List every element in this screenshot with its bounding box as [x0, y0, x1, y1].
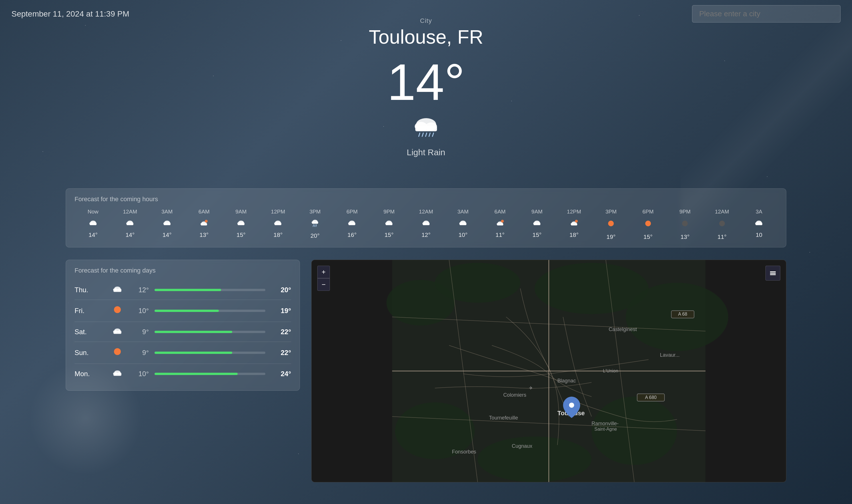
hour-label: 9PM	[371, 209, 406, 215]
day-temp-bar	[155, 310, 219, 312]
days-container: Thu. 12° 20° Fri. 10° 19° Sat. 9° 22° Su…	[74, 280, 291, 383]
svg-point-61	[501, 220, 504, 222]
day-row: Thu. 12° 20°	[74, 280, 291, 300]
svg-rect-60	[497, 224, 503, 226]
hour-label: 9PM	[668, 209, 702, 215]
hour-icon	[705, 219, 740, 230]
map-zoom-out-button[interactable]: −	[317, 278, 330, 291]
day-low-temp: 10°	[126, 307, 149, 315]
hour-label: 12AM	[113, 209, 148, 215]
hour-label: 9AM	[224, 209, 259, 215]
day-temp-bar	[155, 373, 238, 375]
hour-temp: 15°	[371, 231, 406, 238]
day-temp-bar-container	[155, 331, 265, 333]
weather-description: Light Rain	[326, 147, 526, 157]
day-row: Fri. 10° 19°	[74, 300, 291, 322]
day-high-temp: 22°	[271, 328, 291, 336]
svg-point-71	[608, 221, 614, 226]
map-layers-button[interactable]	[765, 266, 780, 281]
hour-icon	[261, 219, 296, 228]
hour-temp: 18°	[261, 231, 296, 238]
svg-point-73	[682, 221, 688, 226]
hour-col: 12PM 18°	[556, 209, 593, 240]
hour-temp: 15°	[224, 231, 259, 238]
hour-icon	[76, 219, 110, 228]
day-name: Thu.	[74, 286, 109, 294]
day-high-temp: 19°	[271, 307, 291, 315]
hour-col: 3A 10	[741, 209, 778, 240]
map-zoom-in-button[interactable]: +	[317, 266, 330, 278]
svg-rect-12	[90, 223, 97, 225]
svg-rect-127	[770, 273, 776, 274]
hour-label: 3PM	[298, 209, 332, 215]
svg-point-96	[435, 263, 520, 303]
day-low-temp: 9°	[126, 349, 149, 357]
hour-icon	[593, 219, 628, 230]
hour-temp: 13°	[668, 233, 702, 240]
hour-temp: 14°	[76, 231, 110, 238]
svg-rect-29	[238, 223, 244, 225]
city-search-input[interactable]	[692, 5, 840, 22]
hour-icon	[446, 219, 481, 228]
hour-label: 6AM	[187, 209, 222, 215]
city-label: City	[326, 17, 526, 24]
svg-text:A 68: A 68	[678, 312, 687, 317]
hourly-panel-title: Forecast for the coming hours	[74, 196, 778, 203]
svg-point-101	[477, 436, 592, 482]
hour-temp: 19°	[593, 233, 628, 240]
hour-label: 6AM	[483, 209, 518, 215]
svg-rect-128	[770, 274, 776, 275]
hour-temp: 13°	[187, 231, 222, 238]
svg-line-38	[313, 224, 314, 227]
hour-icon	[187, 219, 222, 228]
svg-line-6	[425, 133, 427, 137]
hour-col: 12AM 11°	[703, 209, 741, 240]
day-icon	[109, 346, 126, 359]
svg-rect-52	[423, 223, 430, 225]
daily-forecast-panel: Forecast for the coming days Thu. 12° 20…	[66, 260, 300, 391]
main-weather-section: City Toulouse, FR 14° Light Rain	[326, 17, 526, 157]
hour-icon	[668, 219, 702, 230]
hour-col: 9PM 13°	[667, 209, 704, 240]
map-controls[interactable]: + −	[317, 266, 330, 291]
svg-line-40	[316, 224, 316, 227]
hour-label: 3A	[742, 209, 777, 215]
map-container: A 68 A 680 Castelginest Lavaur... L'Unio…	[312, 260, 786, 482]
day-icon	[109, 285, 126, 295]
hour-temp: 11°	[483, 231, 518, 238]
svg-rect-65	[534, 223, 540, 225]
hour-icon	[409, 219, 444, 228]
datetime-display: September 11, 2024 at 11:39 PM	[12, 10, 129, 19]
svg-text:Fonsorbes: Fonsorbes	[452, 449, 476, 455]
hourly-forecast-panel: Forecast for the coming hours Now 14° 12…	[66, 188, 786, 248]
svg-rect-82	[114, 289, 121, 292]
hours-grid: Now 14° 12AM 14° 3AM 14° 6AM 13° 9AM 15°…	[74, 209, 778, 240]
day-temp-bar	[155, 289, 221, 291]
hour-col: 12AM 14°	[112, 209, 149, 240]
svg-point-25	[205, 220, 208, 222]
daily-panel-title: Forecast for the coming days	[74, 267, 291, 274]
day-icon	[109, 326, 126, 337]
day-temp-bar-container	[155, 289, 265, 291]
hour-temp: 14°	[150, 231, 185, 238]
hour-col: 9PM 15°	[370, 209, 407, 240]
svg-line-39	[314, 224, 315, 227]
day-low-temp: 9°	[126, 328, 149, 336]
svg-rect-16	[126, 223, 133, 225]
day-icon	[109, 305, 126, 317]
hour-label: 6PM	[335, 209, 370, 215]
hour-icon	[224, 219, 259, 228]
hour-icon	[520, 219, 554, 228]
city-name: Toulouse, FR	[326, 26, 526, 48]
hour-icon	[631, 219, 665, 230]
svg-rect-33	[275, 223, 281, 225]
hour-icon	[557, 219, 592, 228]
svg-line-5	[422, 133, 423, 137]
day-high-temp: 24°	[271, 370, 291, 378]
svg-rect-69	[571, 224, 577, 226]
hour-temp: 15°	[631, 233, 665, 240]
hour-label: 12AM	[409, 209, 444, 215]
day-temp-bar	[155, 331, 232, 333]
svg-point-125	[569, 403, 574, 408]
svg-rect-78	[755, 223, 762, 225]
